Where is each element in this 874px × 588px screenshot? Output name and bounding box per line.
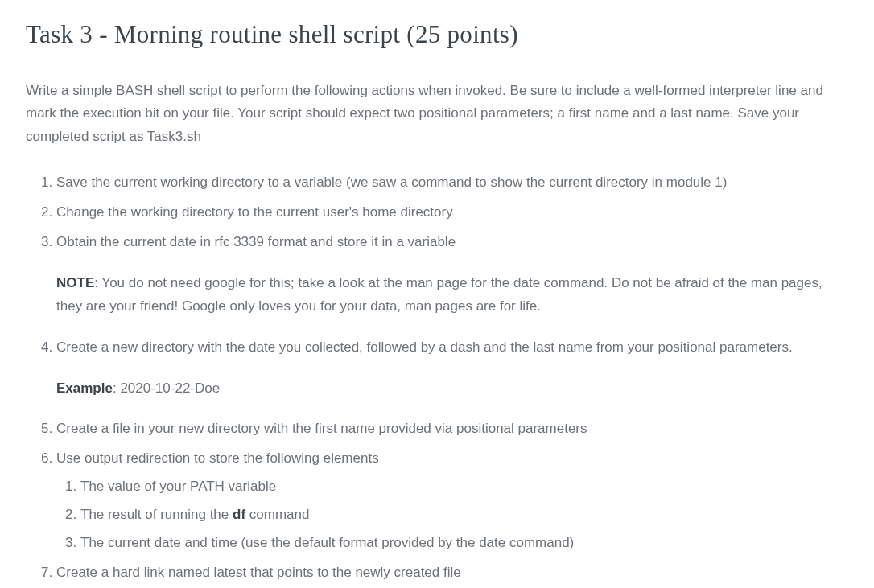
step-3-text: Obtain the current date in rfc 3339 form… [56, 234, 456, 249]
step-4: Create a new directory with the date you… [56, 336, 848, 401]
step-6-sublist: The value of your PATH variable The resu… [56, 475, 848, 555]
task-steps-list: Save the current working directory to a … [26, 171, 848, 585]
step-2: Change the working directory to the curr… [56, 201, 848, 224]
step-6-2: The result of running the df command [80, 504, 848, 527]
step-6: Use output redirection to store the foll… [56, 447, 848, 555]
df-command: df [233, 507, 245, 522]
step-5: Create a file in your new directory with… [56, 417, 848, 441]
example-label: Example [56, 380, 113, 396]
step-7: Create a hard link named latest that poi… [56, 561, 848, 585]
step-6-2a: The result of running the [80, 507, 233, 522]
step-1: Save the current working directory to a … [56, 171, 848, 195]
step-3: Obtain the current date in rfc 3339 form… [56, 231, 848, 319]
example-block: Example: 2020-10-22-Doe [56, 377, 848, 401]
step-6-1: The value of your PATH variable [80, 475, 848, 499]
step-6-text: Use output redirection to store the foll… [56, 450, 379, 466]
task-title: Task 3 - Morning routine shell script (2… [26, 16, 848, 54]
note-block: NOTE: You do not need google for this; t… [56, 272, 848, 319]
task-intro: Write a simple BASH shell script to perf… [26, 80, 848, 150]
step-6-2c: command [245, 507, 309, 522]
step-6-3: The current date and time (use the defau… [80, 532, 848, 555]
note-label: NOTE [56, 275, 94, 290]
note-text: : You do not need google for this; take … [56, 275, 822, 314]
step-4-text: Create a new directory with the date you… [56, 339, 793, 355]
example-text: : 2020-10-22-Doe [113, 380, 220, 396]
